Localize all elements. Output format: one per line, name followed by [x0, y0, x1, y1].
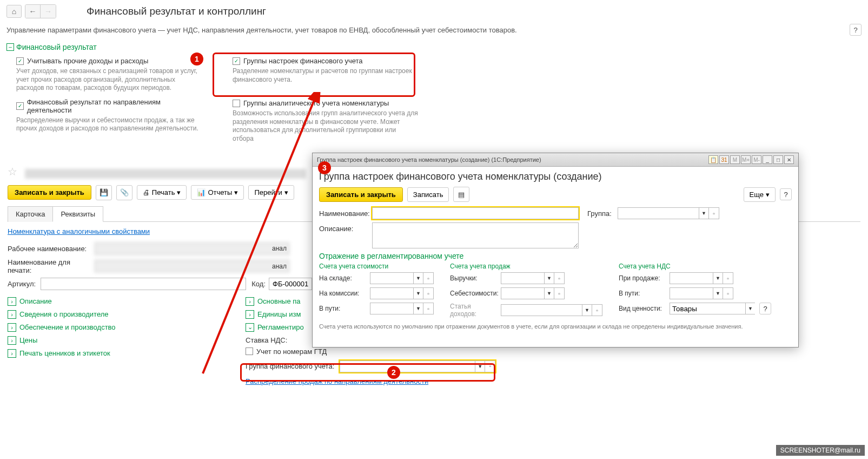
fin-group-label: Группа финансового учета:: [246, 362, 334, 370]
print-button[interactable]: 🖨 Печать ▾: [137, 185, 187, 200]
code-input[interactable]: [269, 278, 312, 290]
star-icon[interactable]: ☆: [8, 166, 17, 178]
calc-mplus[interactable]: M+: [741, 155, 751, 164]
save-icon-button[interactable]: 💾: [96, 185, 112, 200]
print-name-input[interactable]: [95, 260, 289, 272]
checkbox-fin-by-activity[interactable]: ✓: [16, 102, 24, 110]
fin-group-dropdown[interactable]: ▼: [475, 360, 485, 372]
value-type-input[interactable]: [670, 303, 745, 314]
item-title-blurred: [25, 169, 306, 179]
stock-input[interactable]: [370, 272, 413, 284]
vat-transit-input[interactable]: [670, 287, 713, 299]
calc-mminus[interactable]: M-: [752, 155, 761, 164]
annotation-2: 2: [387, 366, 400, 379]
modal-save[interactable]: Записать: [407, 187, 449, 202]
cb1-label: Учитывать прочие доходы и расходы: [27, 57, 148, 65]
modal-desc-label: Описание:: [319, 222, 369, 233]
revenue-input[interactable]: [501, 272, 544, 284]
help-button[interactable]: ?: [850, 24, 862, 36]
sales-dist-link[interactable]: Распределение продаж по направлениям дея…: [246, 377, 428, 385]
col1-header: Счета учета стоимости: [319, 263, 434, 270]
checkbox-fin-groups[interactable]: ✓: [233, 57, 240, 65]
modal-window: Группа настроек финансового учета номенк…: [312, 153, 799, 347]
gtd-label: Учет по номерам ГТД: [256, 347, 327, 356]
cb2-label: Группы настроек финансового учета: [243, 57, 363, 65]
cogs-input[interactable]: [501, 287, 544, 299]
modal-name-label: Наименование:: [319, 207, 369, 218]
cb4-label: Группы аналитического учета номенклатуры: [243, 99, 389, 107]
modal-group-dropdown[interactable]: ▼: [699, 207, 708, 219]
commission-input[interactable]: [370, 287, 413, 299]
col3-header: Счета учета НДС: [619, 263, 771, 270]
article-input[interactable]: [41, 278, 246, 290]
calc-icon[interactable]: 📋: [708, 155, 718, 164]
clip-icon-button[interactable]: 📎: [116, 185, 132, 200]
work-name-input[interactable]: [95, 242, 289, 255]
expand-manufacturer[interactable]: ›Сведения о производителе: [8, 308, 240, 321]
print-name-label: Наименование для печати:: [8, 258, 91, 274]
calc-m[interactable]: M: [730, 155, 740, 164]
tab-requisites[interactable]: Реквизиты: [52, 206, 103, 222]
modal-desc-input[interactable]: [372, 222, 579, 248]
col2-header: Счета учета продаж: [450, 263, 602, 270]
modal-name-input[interactable]: [372, 207, 579, 219]
back-button[interactable]: ←: [25, 5, 41, 18]
expand-labels[interactable]: ›Печать ценников и этикеток: [8, 347, 240, 360]
modal-titlebar-text: Группа настроек финансового учета номенк…: [317, 156, 541, 163]
tab-card[interactable]: Карточка: [8, 206, 53, 222]
modal-list-icon[interactable]: ▤: [453, 187, 469, 202]
page-title: Финансовый результат и контроллинг: [87, 5, 266, 17]
modal-group-open[interactable]: ▫: [708, 207, 719, 219]
reports-button[interactable]: 📊 Отчеты ▾: [191, 185, 244, 200]
page-subtitle: Управление параметрами финансового учета…: [6, 26, 517, 34]
watermark: SCREENSHOTER@mail.ru: [776, 445, 865, 456]
maximize-button[interactable]: □: [773, 155, 783, 164]
expand-prices[interactable]: ›Цены: [8, 334, 240, 347]
modal-title: Группа настроек финансового учета номенк…: [319, 171, 792, 182]
anal-suffix-1: анал: [272, 245, 287, 252]
cb1-desc: Учет доходов, не связанных с реализацией…: [6, 66, 212, 97]
section-title: Финансовый результат: [16, 43, 97, 51]
modal-note: Счета учета используются по умолчанию пр…: [319, 323, 792, 330]
cb3-desc: Распределение выручки и себестоимости пр…: [6, 115, 212, 137]
expand-description[interactable]: ›Описание: [8, 295, 240, 308]
cb4-desc: Возможность использования групп аналитич…: [223, 108, 428, 147]
annotation-1: 1: [190, 53, 203, 65]
expand-supply[interactable]: ›Обеспечение и производство: [8, 321, 240, 334]
fin-group-input[interactable]: [340, 360, 475, 372]
goto-button[interactable]: Перейти ▾: [248, 185, 294, 200]
checkbox-other-income[interactable]: ✓: [16, 57, 24, 65]
modal-save-close[interactable]: Записать и закрыть: [319, 187, 403, 202]
value-type-help[interactable]: ?: [759, 303, 771, 314]
modal-more[interactable]: Еще ▾: [744, 187, 776, 202]
checkbox-gtd[interactable]: [246, 347, 253, 355]
vat-sale-input[interactable]: [670, 272, 713, 284]
collapse-icon[interactable]: –: [6, 43, 14, 51]
cb2-desc: Разделение номенклатуры и расчетов по гр…: [223, 66, 428, 88]
cb3-label: Финансовый результат по направлениям дея…: [27, 98, 202, 114]
save-close-button[interactable]: Записать и закрыть: [8, 185, 91, 200]
minimize-button[interactable]: _: [763, 155, 772, 164]
checkbox-analytic-groups[interactable]: [233, 100, 240, 107]
reg-section-title: Отражение в регламентированном учете: [319, 252, 792, 260]
close-button[interactable]: ✕: [784, 155, 794, 164]
code-label: Код:: [249, 280, 266, 288]
home-button[interactable]: ⌂: [6, 5, 22, 18]
article-label: Артикул:: [8, 280, 37, 288]
income-article-input[interactable]: [501, 304, 582, 316]
anal-suffix-2: анал: [272, 263, 287, 270]
modal-help[interactable]: ?: [780, 188, 792, 200]
transit-input[interactable]: [370, 303, 413, 314]
fin-group-open[interactable]: ▫: [485, 360, 495, 372]
work-name-label: Рабочее наименование:: [8, 245, 91, 253]
modal-group-input[interactable]: [618, 207, 699, 219]
forward-button[interactable]: →: [41, 5, 56, 18]
calendar-icon[interactable]: 31: [719, 155, 729, 164]
modal-group-label: Группа:: [587, 207, 614, 218]
similar-link[interactable]: Номенклатура с аналогичными свойствами: [8, 227, 150, 235]
annotation-3: 3: [318, 161, 331, 174]
